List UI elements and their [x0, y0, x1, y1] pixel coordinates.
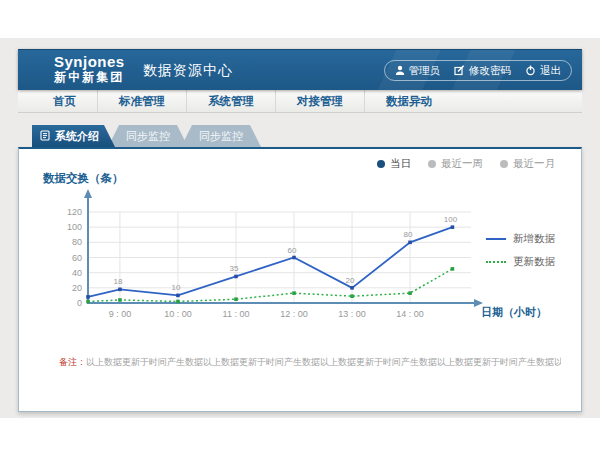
svg-text:100: 100 — [444, 215, 458, 224]
radio-label: 当日 — [390, 157, 411, 171]
user-actions-pill: 管理员 修改密码 退出 — [384, 60, 573, 81]
x-axis-title: 日期（小时） — [481, 305, 547, 320]
legend-line-solid-icon — [486, 238, 506, 240]
nav-item-integration-mgmt[interactable]: 对接管理 — [276, 90, 365, 112]
radio-last-month[interactable]: 最近一月 — [500, 157, 555, 171]
change-password-label: 修改密码 — [469, 64, 511, 78]
legend-line-dotted-icon — [486, 261, 506, 263]
app-header: Synjones 新中新集团 数据资源中心 管理员 修改密码 — [18, 49, 582, 90]
svg-text:10: 10 — [171, 283, 180, 292]
legend-entry-new-data: 新增数据 — [486, 232, 555, 246]
page: Synjones 新中新集团 数据资源中心 管理员 修改密码 — [0, 0, 600, 450]
radio-label: 最近一周 — [441, 157, 483, 171]
svg-text:0: 0 — [77, 298, 82, 308]
tab-label: 同步监控 — [199, 129, 243, 144]
svg-text:60: 60 — [72, 253, 82, 263]
svg-text:13 : 00: 13 : 00 — [338, 309, 366, 319]
edit-icon — [454, 65, 465, 76]
tab-label: 同步监控 — [126, 129, 170, 144]
chart-legend: 新增数据 更新数据 — [486, 232, 555, 269]
line-chart-svg: 0204060801001209 : 0010 : 0011 : 0012 : … — [29, 185, 489, 327]
power-icon — [525, 65, 536, 76]
nav-item-standard-mgmt[interactable]: 标准管理 — [98, 90, 187, 112]
tab-sync-monitor-1[interactable]: 同步监控 — [108, 125, 188, 147]
current-user-label: 管理员 — [409, 64, 441, 78]
svg-text:100: 100 — [67, 222, 82, 232]
brand-logo-subtext: 新中新集团 — [54, 71, 125, 84]
svg-text:11 : 00: 11 : 00 — [223, 309, 250, 319]
page-title: 数据资源中心 — [143, 62, 233, 80]
svg-text:12 : 00: 12 : 00 — [280, 309, 308, 319]
nav-item-home[interactable]: 首页 — [32, 90, 98, 112]
svg-text:35: 35 — [230, 264, 239, 273]
current-user-button[interactable]: 管理员 — [395, 64, 441, 78]
footnote-text: 以上数据更新于时间产生数据以上数据更新于时间产生数据以上数据更新于时间产生数据以… — [86, 357, 561, 367]
radio-dot — [428, 160, 436, 168]
legend-label: 新增数据 — [513, 232, 555, 246]
y-axis-title: 数据交换（条） — [43, 171, 124, 186]
svg-text:20: 20 — [346, 276, 355, 285]
svg-text:40: 40 — [72, 268, 82, 278]
user-icon — [395, 65, 405, 76]
legend-label: 更新数据 — [513, 255, 555, 269]
svg-text:120: 120 — [67, 207, 82, 217]
nav-item-system-mgmt[interactable]: 系统管理 — [187, 90, 276, 112]
app-window: Synjones 新中新集团 数据资源中心 管理员 修改密码 — [18, 49, 582, 113]
radio-label: 最近一月 — [513, 157, 555, 171]
svg-text:18: 18 — [113, 277, 122, 286]
radio-last-week[interactable]: 最近一周 — [428, 157, 483, 171]
radio-dot — [500, 160, 508, 168]
svg-text:80: 80 — [404, 230, 413, 239]
logout-label: 退出 — [540, 64, 561, 78]
time-range-filter: 当日 最近一周 最近一月 — [377, 157, 555, 171]
brand-logo-text: Synjones — [54, 54, 125, 71]
brand-logo: Synjones 新中新集团 — [54, 54, 125, 84]
radio-today[interactable]: 当日 — [377, 157, 411, 171]
tab-label: 系统介绍 — [55, 129, 99, 144]
nav-item-data-change[interactable]: 数据异动 — [365, 90, 453, 112]
footnote-prefix: 备注： — [59, 357, 86, 367]
main-nav: 首页 标准管理 系统管理 对接管理 数据异动 — [18, 90, 582, 113]
svg-text:9 : 00: 9 : 00 — [109, 309, 132, 319]
tab-bar: 系统介绍 同步监控 同步监控 — [18, 125, 582, 147]
tab-system-intro[interactable]: 系统介绍 — [32, 125, 115, 147]
svg-text:14 : 00: 14 : 00 — [396, 309, 424, 319]
document-icon — [40, 130, 50, 143]
footnote: 备注：以上数据更新于时间产生数据以上数据更新于时间产生数据以上数据更新于时间产生… — [59, 356, 561, 369]
tab-sync-monitor-2[interactable]: 同步监控 — [181, 125, 261, 147]
svg-text:20: 20 — [72, 283, 82, 293]
svg-text:60: 60 — [288, 246, 297, 255]
svg-text:10 : 00: 10 : 00 — [164, 309, 192, 319]
content-panel: 当日 最近一周 最近一月 数据交换（条） 0204060801001209 : … — [18, 147, 582, 412]
legend-entry-updated-data: 更新数据 — [486, 255, 555, 269]
radio-dot — [377, 160, 385, 168]
svg-text:80: 80 — [72, 237, 82, 247]
change-password-button[interactable]: 修改密码 — [454, 64, 511, 78]
logout-button[interactable]: 退出 — [525, 64, 561, 78]
